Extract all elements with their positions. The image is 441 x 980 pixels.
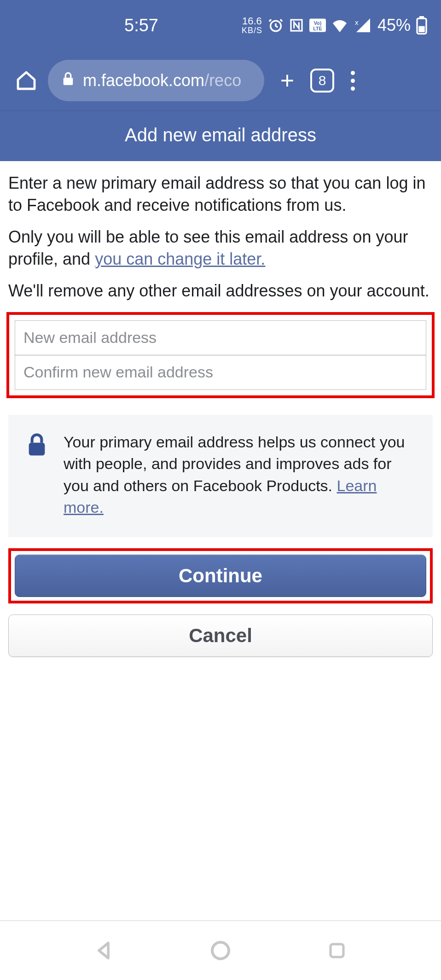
status-right: 16.6 KB/S Vo)LTE x 45%: [242, 16, 427, 35]
nfc-icon: [289, 18, 304, 33]
intro-text: Enter a new primary email address so tha…: [8, 172, 433, 216]
back-button[interactable]: [90, 937, 118, 964]
lock-icon: [27, 433, 47, 519]
privacy-text: Only you will be able to see this email …: [8, 226, 433, 270]
battery-icon: [416, 16, 427, 35]
svg-text:x: x: [355, 18, 359, 26]
network-speed: 16.6 KB/S: [242, 16, 262, 35]
home-nav-button[interactable]: [207, 937, 234, 964]
new-tab-button[interactable]: +: [273, 67, 301, 94]
volte-icon: Vo)LTE: [309, 18, 326, 32]
svg-text:Vo): Vo): [314, 20, 322, 26]
svg-point-11: [212, 942, 229, 959]
system-nav-bar: [0, 920, 441, 980]
recents-button[interactable]: [323, 937, 351, 964]
remove-note: We'll remove any other email addresses o…: [8, 280, 433, 302]
svg-text:LTE: LTE: [313, 26, 322, 31]
change-later-link[interactable]: you can change it later.: [95, 249, 265, 268]
page-title: Add new email address: [0, 110, 441, 161]
svg-rect-12: [331, 944, 343, 957]
svg-rect-8: [418, 26, 424, 32]
main-content: Enter a new primary email address so tha…: [0, 161, 441, 657]
confirm-email-input[interactable]: [15, 355, 426, 390]
lock-icon: [62, 71, 75, 90]
battery-percent: 45%: [377, 16, 411, 35]
continue-highlight: Continue: [8, 548, 433, 603]
alarm-icon: [268, 17, 284, 33]
continue-button[interactable]: Continue: [15, 555, 426, 597]
signal-icon: x: [354, 18, 370, 32]
status-bar: 5:57 16.6 KB/S Vo)LTE x 45%: [0, 0, 441, 51]
address-bar[interactable]: m.facebook.com/reco: [48, 60, 264, 101]
overflow-menu-button[interactable]: [343, 71, 362, 91]
status-time: 5:57: [124, 16, 158, 35]
email-input-group: [6, 312, 435, 398]
svg-rect-10: [29, 442, 45, 455]
home-button[interactable]: [14, 68, 39, 93]
tabs-button[interactable]: 8: [310, 69, 334, 93]
browser-toolbar: m.facebook.com/reco + 8: [0, 51, 441, 110]
info-banner: Your primary email address helps us conn…: [8, 415, 433, 537]
wifi-icon: [331, 18, 348, 32]
button-area: Continue Cancel: [8, 548, 433, 657]
cancel-button[interactable]: Cancel: [8, 615, 433, 657]
url-text: m.facebook.com/reco: [83, 71, 241, 90]
info-text: Your primary email address helps us conn…: [64, 431, 414, 519]
svg-rect-9: [64, 78, 73, 85]
new-email-input[interactable]: [15, 320, 426, 355]
